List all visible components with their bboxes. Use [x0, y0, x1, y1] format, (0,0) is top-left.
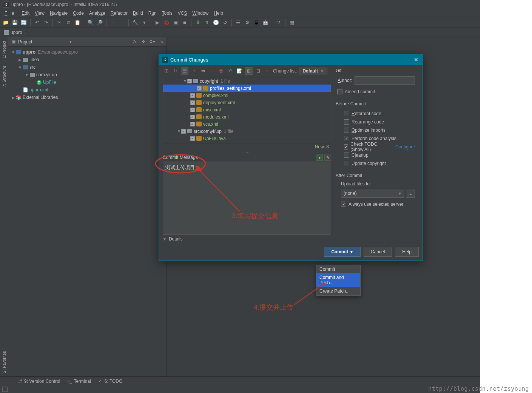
- expand-arrow-icon[interactable]: ▶: [11, 96, 16, 100]
- refresh-icon[interactable]: ↻: [172, 68, 179, 74]
- spellcheck-icon[interactable]: ✎: [324, 154, 331, 161]
- menu-file[interactable]: File: [2, 10, 19, 17]
- popup-create-patch[interactable]: Create Patch...: [316, 287, 360, 295]
- checkbox-on[interactable]: [187, 79, 192, 83]
- checkbox-on[interactable]: [190, 136, 195, 141]
- menu-tools[interactable]: Tools: [160, 10, 175, 17]
- menu-vcs[interactable]: VCS: [176, 10, 190, 17]
- amend-checkbox[interactable]: [337, 89, 342, 94]
- tool-todo[interactable]: ✓ 6: TODO: [98, 379, 123, 384]
- collapse-icon[interactable]: ⊙: [131, 39, 137, 45]
- tree-pkg[interactable]: ▼ com.yk.up: [8, 71, 167, 79]
- collapse-arrow-icon[interactable]: ▼: [24, 73, 29, 77]
- collapse-arrow-icon[interactable]: ▼: [177, 129, 181, 133]
- project-tree[interactable]: ▼ uppro E:\workspace\uppro ▶ .idea ▼ src…: [8, 47, 167, 103]
- upload-combo[interactable]: (none) ▼: [341, 189, 404, 198]
- tree-compiler[interactable]: compiler.xml: [163, 92, 331, 99]
- commit-message-textarea[interactable]: 测试上传项目: [163, 162, 331, 235]
- move-changelist-icon[interactable]: ⇉: [200, 68, 207, 74]
- collapse-arrow-icon[interactable]: ▼: [11, 50, 16, 54]
- open-icon[interactable]: 📁: [2, 19, 9, 26]
- analysis-checkbox[interactable]: [344, 136, 349, 141]
- optimize-checkbox[interactable]: [344, 128, 349, 133]
- revert-icon[interactable]: ↶: [227, 68, 234, 74]
- tree-root[interactable]: ▼ uppro E:\workspace\uppro: [8, 48, 167, 56]
- back-icon[interactable]: ←: [109, 19, 116, 26]
- tree-srcpath[interactable]: ▼ src\com\yk\up 1 file: [163, 128, 331, 135]
- copyright-checkbox[interactable]: [344, 161, 349, 166]
- dialog-title-bar[interactable]: IJ Commit Changes ✕: [159, 54, 423, 65]
- tree-vcs-xml[interactable]: vcs.xml: [163, 120, 331, 128]
- commit-button[interactable]: Commit▼: [324, 247, 361, 257]
- cancel-button[interactable]: Cancel: [364, 247, 392, 257]
- vcs-update-icon[interactable]: ⬇: [194, 19, 201, 26]
- tree-copyright-folder[interactable]: ▼ copyright 1 file: [163, 77, 331, 85]
- menu-code[interactable]: Code: [71, 10, 86, 17]
- todo-checkbox[interactable]: [344, 144, 348, 149]
- checkbox-on[interactable]: [190, 115, 195, 119]
- undo-icon[interactable]: ↶: [34, 19, 40, 26]
- tool-windows-toggle[interactable]: [2, 387, 8, 392]
- help-icon[interactable]: ?: [275, 19, 282, 26]
- remove-icon[interactable]: −: [209, 68, 216, 74]
- tree-ext-libs[interactable]: ▶ 📚 External Libraries: [8, 94, 167, 101]
- author-input[interactable]: [355, 76, 415, 85]
- checkbox-on[interactable]: [190, 93, 195, 98]
- popup-commit-and-push[interactable]: Commit and Push...: [316, 273, 360, 287]
- gutter-favorites[interactable]: 2: Favorites: [2, 347, 6, 376]
- splitter-grip[interactable]: ⋯⋯: [163, 150, 331, 154]
- checkbox-on[interactable]: [190, 108, 195, 112]
- sync-icon[interactable]: 🔄: [20, 19, 27, 26]
- cleanup-checkbox[interactable]: [344, 153, 349, 158]
- menu-run[interactable]: Run: [146, 10, 159, 17]
- checkbox-on[interactable]: [181, 129, 186, 134]
- plugins-icon[interactable]: ▦: [288, 19, 295, 26]
- replace-icon[interactable]: 🔎: [96, 19, 103, 26]
- expand-arrow-icon[interactable]: ▶: [17, 58, 23, 62]
- android-icon[interactable]: 🤖: [262, 19, 269, 26]
- always-server-checkbox[interactable]: [341, 202, 346, 207]
- history-msg-icon[interactable]: ▾: [316, 154, 323, 161]
- changes-tree[interactable]: ▼ copyright 1 file profiles_settings.xml…: [163, 77, 331, 143]
- expand-all-icon[interactable]: ⊞: [245, 67, 253, 75]
- paste-icon[interactable]: 📋: [74, 19, 81, 26]
- popup-commit[interactable]: Commit: [316, 265, 360, 273]
- checkbox-on[interactable]: [197, 86, 202, 91]
- help-button[interactable]: Help: [395, 247, 419, 257]
- run-icon[interactable]: ▶: [154, 19, 161, 26]
- menu-view[interactable]: View: [32, 10, 47, 17]
- stop-icon[interactable]: ■: [181, 19, 188, 26]
- collapse-all-icon[interactable]: ⊟: [255, 68, 262, 74]
- breadcrumb-root[interactable]: uppro: [11, 30, 22, 35]
- avd-icon[interactable]: 📱: [253, 19, 260, 26]
- delete-icon[interactable]: 🗑: [218, 68, 225, 74]
- details-toggle[interactable]: ▼ Details: [163, 235, 331, 243]
- tree-misc[interactable]: misc.xml: [163, 106, 331, 113]
- checkbox-on[interactable]: [190, 100, 195, 105]
- add-icon[interactable]: +: [191, 68, 197, 74]
- gutter-project[interactable]: 1: Project: [2, 37, 6, 62]
- tree-iml[interactable]: 📄 uppro.iml: [8, 86, 167, 94]
- tool-version-control[interactable]: ⎇ 9: Version Control: [17, 379, 60, 384]
- sdk-icon[interactable]: ⚙: [244, 19, 251, 26]
- menu-analyze[interactable]: Analyze: [87, 10, 108, 17]
- collapse-arrow-icon[interactable]: ▼: [17, 65, 23, 69]
- vcs-commit-icon[interactable]: ⬆: [204, 19, 210, 26]
- tree-upfile-java[interactable]: UpFile.java: [163, 135, 331, 142]
- find-icon[interactable]: 🔍: [87, 19, 94, 26]
- vcs-history-icon[interactable]: 🕘: [213, 19, 219, 26]
- menu-window[interactable]: Window: [190, 10, 211, 17]
- build-icon[interactable]: 🔨: [132, 19, 139, 26]
- hide-icon[interactable]: ↘: [158, 39, 164, 45]
- configure-link[interactable]: Configure: [395, 144, 415, 149]
- gutter-structure[interactable]: 7: Structure: [2, 62, 6, 91]
- menu-navigate[interactable]: Navigate: [48, 10, 70, 17]
- menu-help[interactable]: Help: [211, 10, 225, 17]
- structure-icon[interactable]: ☰: [235, 19, 242, 26]
- copy-icon[interactable]: ⧉: [65, 19, 72, 26]
- run-config-icon[interactable]: ▾: [141, 19, 148, 26]
- debug-icon[interactable]: 🐞: [163, 19, 170, 26]
- save-icon[interactable]: 💾: [11, 19, 18, 26]
- coverage-icon[interactable]: ▣: [172, 19, 179, 26]
- tree-class[interactable]: C UpFile: [8, 79, 167, 86]
